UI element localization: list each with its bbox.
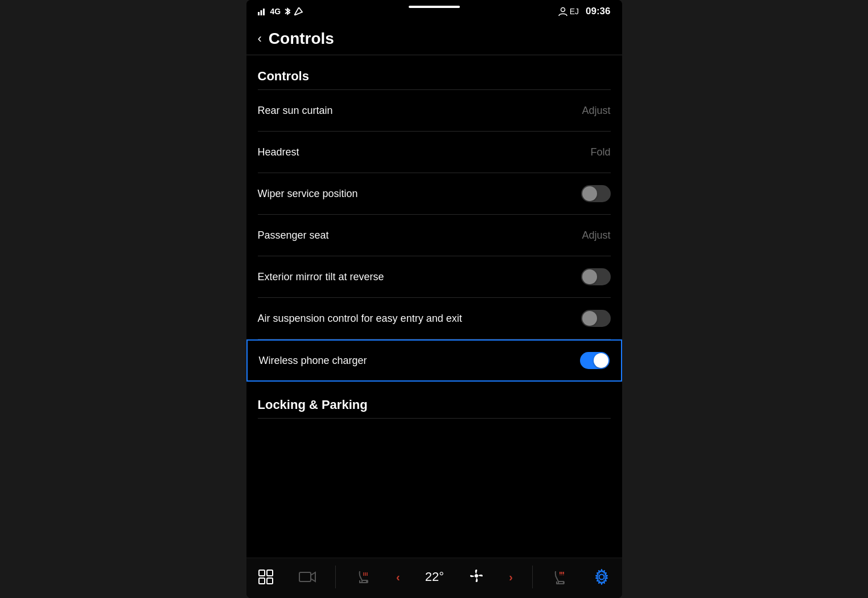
content-area: Controls Rear sun curtain Adjust Headres…: [246, 55, 622, 558]
svg-rect-5: [259, 570, 265, 576]
row-passenger-seat[interactable]: Passenger seat Adjust: [246, 215, 622, 256]
seat-climate-icon: [355, 569, 371, 585]
page-title: Controls: [269, 30, 334, 48]
nav-climate-seat[interactable]: [349, 566, 377, 588]
back-button[interactable]: ‹: [258, 32, 262, 45]
seat-icon: [552, 569, 568, 585]
bluetooth-icon: [284, 7, 291, 16]
camera-icon: [299, 570, 316, 584]
exterior-mirror-toggle[interactable]: [581, 268, 611, 285]
temp-display: 22°: [425, 571, 444, 583]
phone-frame: 4G EJ 09:36 ‹ Controls: [246, 0, 622, 598]
user-indicator: EJ: [558, 7, 579, 16]
fan-icon: [469, 568, 484, 583]
signal-icon: [258, 7, 267, 15]
nav-home[interactable]: [252, 566, 279, 588]
right-arrow-icon: ›: [509, 571, 513, 584]
exterior-mirror-label: Exterior mirror tilt at reverse: [258, 271, 384, 283]
nav-fan[interactable]: [463, 565, 489, 589]
locking-parking-section-header: Locking & Parking: [246, 382, 622, 418]
status-notch: [409, 6, 460, 8]
rear-sun-curtain-value: Adjust: [582, 105, 610, 117]
passenger-seat-value: Adjust: [582, 230, 610, 241]
svg-point-23: [599, 575, 604, 580]
svg-rect-2: [263, 9, 265, 15]
left-arrow-icon: ‹: [396, 571, 400, 584]
signal-label: 4G: [270, 7, 281, 16]
controls-section-title: Controls: [258, 69, 309, 83]
suspension-toggle-thumb: [582, 311, 597, 326]
svg-rect-0: [258, 12, 260, 15]
navigation-icon: [294, 7, 303, 15]
row-air-suspension[interactable]: Air suspension control for easy entry an…: [246, 298, 622, 339]
row-wiper-service[interactable]: Wiper service position: [246, 173, 622, 214]
bottom-nav: ‹ 22° ›: [246, 558, 622, 598]
nav-divider-1: [335, 566, 336, 588]
wiper-service-toggle[interactable]: [581, 185, 611, 202]
grid-icon: [258, 569, 274, 585]
nav-seat[interactable]: [546, 566, 574, 588]
wireless-charger-toggle[interactable]: [580, 352, 610, 369]
user-icon: [558, 7, 568, 16]
air-suspension-toggle[interactable]: [581, 310, 611, 327]
row-exterior-mirror[interactable]: Exterior mirror tilt at reverse: [246, 256, 622, 297]
wiper-toggle-thumb: [582, 186, 597, 201]
row-wireless-charger[interactable]: Wireless phone charger: [246, 339, 622, 382]
nav-divider-2: [532, 566, 533, 588]
svg-rect-9: [299, 572, 311, 581]
controls-section-header: Controls: [246, 55, 622, 89]
status-left: 4G: [258, 7, 304, 16]
nav-settings[interactable]: [587, 565, 616, 589]
svg-point-15: [475, 574, 478, 577]
charger-toggle-thumb: [594, 353, 608, 368]
row-headrest[interactable]: Headrest Fold: [246, 132, 622, 173]
svg-marker-10: [311, 572, 315, 581]
temp-value: 22°: [425, 571, 444, 583]
header: ‹ Controls: [246, 21, 622, 55]
nav-temp-left[interactable]: ‹: [390, 567, 406, 587]
svg-rect-8: [267, 578, 273, 584]
status-bar: 4G EJ 09:36: [246, 0, 622, 21]
wireless-charger-label: Wireless phone charger: [259, 355, 367, 367]
mirror-toggle-thumb: [582, 269, 597, 284]
svg-point-4: [561, 8, 565, 12]
status-time: 09:36: [586, 6, 610, 17]
wiper-service-label: Wiper service position: [258, 188, 358, 200]
headrest-value: Fold: [590, 146, 610, 158]
svg-rect-6: [267, 570, 273, 576]
passenger-seat-label: Passenger seat: [258, 230, 329, 241]
locking-parking-title: Locking & Parking: [258, 398, 368, 412]
air-suspension-label: Air suspension control for easy entry an…: [258, 313, 462, 325]
nav-temp-right[interactable]: ›: [503, 567, 519, 587]
rear-sun-curtain-label: Rear sun curtain: [258, 105, 333, 117]
svg-rect-7: [259, 578, 265, 584]
nav-media[interactable]: [293, 567, 322, 587]
headrest-label: Headrest: [258, 146, 299, 158]
user-initials: EJ: [570, 7, 579, 16]
divider-locking-top: [258, 418, 611, 419]
svg-marker-3: [294, 7, 302, 15]
nav-temp[interactable]: 22°: [419, 567, 450, 587]
gear-icon: [593, 568, 610, 585]
row-rear-sun-curtain[interactable]: Rear sun curtain Adjust: [246, 90, 622, 131]
svg-rect-1: [260, 10, 262, 15]
status-right: EJ 09:36: [558, 6, 611, 17]
